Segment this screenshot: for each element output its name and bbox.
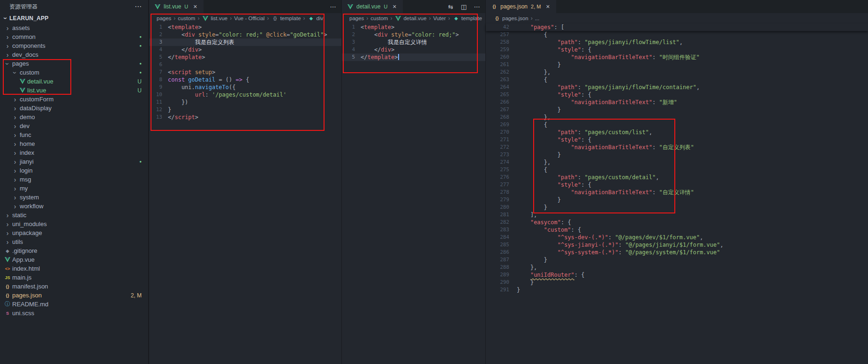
breadcrumb-item[interactable]: Vuter	[433, 15, 446, 21]
close-icon[interactable]: ×	[391, 3, 398, 10]
code-line[interactable]: 288 },	[486, 264, 868, 271]
code-line[interactable]: 270 "path": "pages/custom/list",	[486, 129, 868, 136]
code-line[interactable]: 1<template>	[149, 23, 341, 31]
code-line[interactable]: 13</script>	[149, 114, 341, 121]
code-line[interactable]: 262 },	[486, 68, 868, 76]
code-line[interactable]: 264 "path": "pages/jianyi/flowTime/conta…	[486, 83, 868, 91]
tree-item-func[interactable]: ›func	[0, 130, 148, 139]
breadcrumb-item[interactable]: custom	[178, 15, 195, 21]
code-line[interactable]: 272 "navigationBarTitleText": "自定义列表"	[486, 144, 868, 151]
tree-item-manifest.json[interactable]: {}manifest.json	[0, 282, 148, 291]
code-line[interactable]: 273 }	[486, 151, 868, 159]
tree-item-README.md[interactable]: ⓘREADME.md	[0, 300, 148, 309]
tree-item-customForm[interactable]: ›customForm	[0, 95, 148, 104]
code-line[interactable]: 271 "style": {	[486, 136, 868, 144]
breadcrumb-item[interactable]: pages	[349, 15, 364, 21]
tree-item-demo[interactable]: ›demo	[0, 113, 148, 121]
breadcrumb-item[interactable]: ◆div	[308, 15, 324, 21]
tree-item-detail.vue[interactable]: detail.vueU	[0, 77, 148, 86]
code-area[interactable]: 1<template>2 <div style="color: red;" @c…	[149, 23, 341, 121]
code-line[interactable]: 277 "style": {	[486, 181, 868, 189]
code-line[interactable]: 10 url: '/pages/custom/detail'	[149, 91, 341, 99]
code-line[interactable]: 4 </div>	[149, 46, 341, 53]
code-line[interactable]: 42 "pages": [	[486, 23, 868, 31]
code-line[interactable]: 284 "^sys-dev-(.*)": "@/pages/dev/$1/for…	[486, 234, 868, 241]
code-line[interactable]: 9 uni.navigateTo({	[149, 83, 341, 91]
code-line[interactable]: 265 "style": {	[486, 91, 868, 99]
tree-item-utils[interactable]: ›utils	[0, 237, 148, 246]
code-line[interactable]: 3 我是自定义详情	[342, 38, 485, 46]
tree-item-static[interactable]: ›static	[0, 211, 148, 220]
breadcrumb-item[interactable]: detail.vue	[394, 15, 426, 21]
code-line[interactable]: 266 "navigationBarTitleText": "新增"	[486, 99, 868, 106]
tree-item-index.html[interactable]: <>index.html	[0, 264, 148, 273]
tree-item-common[interactable]: ›common●	[0, 32, 148, 41]
more-actions-icon[interactable]: ⋯	[473, 3, 481, 10]
breadcrumb-item[interactable]: Vue - Official	[234, 15, 264, 21]
code-line[interactable]: 257 {	[486, 31, 868, 38]
code-line[interactable]: 285 "^sys-jianyi-(.*)": "@/pages/jianyi/…	[486, 241, 868, 249]
code-line[interactable]: 279 }	[486, 196, 868, 204]
more-actions-icon[interactable]: ⋯	[329, 3, 337, 10]
tree-item-assets[interactable]: ›assets	[0, 23, 148, 32]
code-line[interactable]: 280 }	[486, 204, 868, 211]
breadcrumb-item[interactable]: custom	[370, 15, 388, 21]
code-line[interactable]: 263 {	[486, 76, 868, 83]
code-line[interactable]: 2 <div style="color: red;">	[342, 31, 485, 38]
project-root-row[interactable]: › LEARUN_APP	[0, 13, 148, 23]
code-line[interactable]: 278 "navigationBarTitleText": "自定义详情"	[486, 189, 868, 196]
breadcrumb-item[interactable]: pages	[157, 15, 171, 21]
code-line[interactable]: 267 }	[486, 106, 868, 114]
breadcrumb-item[interactable]: ◆template	[453, 15, 482, 21]
code-area[interactable]: 42 "pages": [257 {258 "path": "pages/jia…	[486, 23, 868, 294]
tree-item-msg[interactable]: ›msg	[0, 175, 148, 184]
tree-item-list.vue[interactable]: list.vueU	[0, 86, 148, 95]
tree-item-pages[interactable]: ›pages●	[0, 59, 148, 68]
tree-item-custom[interactable]: ›custom●	[0, 68, 148, 77]
tree-item-components[interactable]: ›components●	[0, 41, 148, 50]
tree-item-my[interactable]: ›my	[0, 184, 148, 193]
close-icon[interactable]: ×	[544, 3, 551, 10]
code-line[interactable]: 11 })	[149, 99, 341, 106]
tree-item-main.js[interactable]: JSmain.js	[0, 273, 148, 282]
breadcrumb-item[interactable]: list.vue	[202, 15, 227, 21]
tree-item-system[interactable]: ›system	[0, 193, 148, 202]
code-line[interactable]: 5</template>	[342, 53, 485, 61]
tree-item-home[interactable]: ›home	[0, 139, 148, 148]
split-editor-icon[interactable]: ◫	[460, 3, 468, 10]
breadcrumb-item[interactable]: {}pages.json	[493, 15, 528, 21]
code-line[interactable]: 269 {	[486, 121, 868, 129]
code-line[interactable]: 261 }	[486, 61, 868, 68]
code-line[interactable]: 12}	[149, 106, 341, 114]
close-icon[interactable]: ×	[191, 3, 199, 10]
code-line[interactable]: 6	[149, 61, 341, 68]
tree-item-dev[interactable]: ›dev	[0, 121, 148, 130]
code-line[interactable]: 5</template>	[149, 53, 341, 61]
code-line[interactable]: 268 },	[486, 114, 868, 121]
code-line[interactable]: 274 },	[486, 159, 868, 166]
code-line[interactable]: 258 "path": "pages/jianyi/flowTime/list"…	[486, 38, 868, 46]
tree-item-.gitignore[interactable]: ◆.gitignore	[0, 246, 148, 255]
tree-item-login[interactable]: ›login	[0, 166, 148, 175]
code-area[interactable]: 1<template>2 <div style="color: red;">3 …	[342, 23, 485, 61]
tree-item-workflow[interactable]: ›workflow	[0, 202, 148, 211]
code-line[interactable]: 8const goDetail = () => {	[149, 76, 341, 83]
tree-item-App.vue[interactable]: App.vue	[0, 255, 148, 264]
tab-pages.json[interactable]: {}pages.json2, M×	[486, 0, 556, 13]
code-line[interactable]: 260 "navigationBarTitleText": "时间组件验证"	[486, 53, 868, 61]
tree-item-pages.json[interactable]: {}pages.json2, M	[0, 291, 148, 300]
tree-item-dev_docs[interactable]: ›dev_docs	[0, 50, 148, 59]
tree-item-jianyi[interactable]: ›jianyi●	[0, 157, 148, 166]
code-line[interactable]: 281 ],	[486, 211, 868, 219]
code-line[interactable]: 287 }	[486, 256, 868, 264]
code-line[interactable]: 275 {	[486, 166, 868, 174]
code-line[interactable]: 1<template>	[342, 23, 485, 31]
code-line[interactable]: 3 我是自定义列表	[149, 38, 341, 46]
tree-item-uni_modules[interactable]: ›uni_modules	[0, 220, 148, 228]
code-line[interactable]: 259 "style": {	[486, 46, 868, 53]
tree-item-dataDisplay[interactable]: ›dataDisplay	[0, 104, 148, 113]
tab-detail.vue[interactable]: detail.vueU×	[342, 0, 403, 13]
code-line[interactable]: 7<script setup>	[149, 68, 341, 76]
breadcrumb-item[interactable]: {}template	[271, 15, 301, 21]
code-line[interactable]: 291}	[486, 286, 868, 294]
